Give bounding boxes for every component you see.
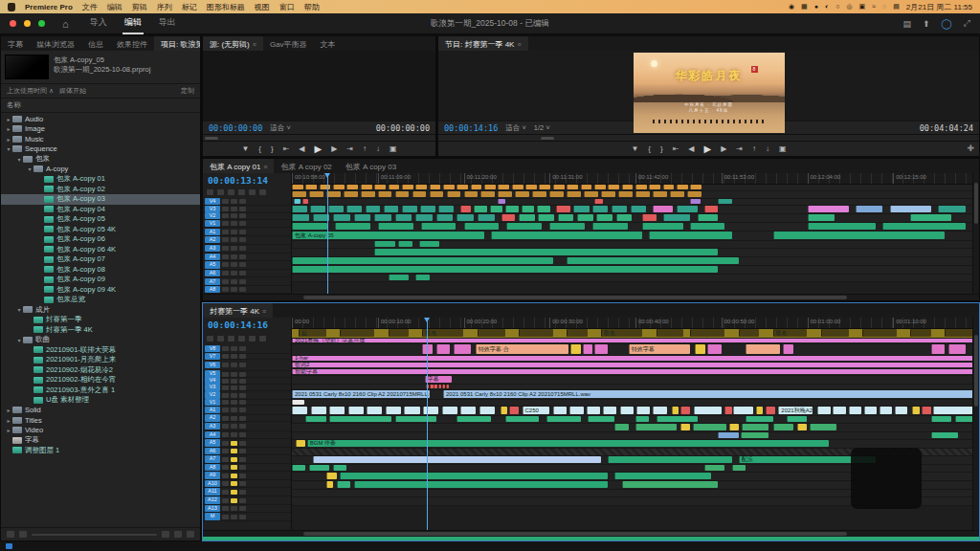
- disclosure-arrow-icon[interactable]: ▸: [5, 136, 12, 143]
- timeline-clip[interactable]: [419, 241, 440, 247]
- timeline-clip[interactable]: [519, 214, 535, 221]
- zoom-window-button[interactable]: [38, 20, 45, 27]
- menubar-menu-item[interactable]: 序列: [157, 2, 172, 12]
- menubar-menu-item[interactable]: 标记: [182, 2, 197, 12]
- timeline-clip[interactable]: [732, 465, 746, 471]
- vertical-scrollbar[interactable]: [972, 318, 979, 530]
- mute-button[interactable]: [231, 230, 237, 234]
- timeline-clip[interactable]: [756, 407, 763, 414]
- timeline-clip[interactable]: [292, 407, 307, 414]
- mute-button[interactable]: [231, 346, 237, 351]
- timeline-clip[interactable]: 智能字幕: [292, 369, 979, 374]
- timeline-clip[interactable]: [361, 191, 375, 197]
- track-lock-icon[interactable]: [222, 474, 229, 478]
- timeline-clip[interactable]: [587, 407, 600, 414]
- dock-tab-project[interactable]: 项目: 歌浪第一期_2025-10-08≡: [154, 36, 200, 51]
- extract-icon[interactable]: ↓: [766, 144, 769, 153]
- insert-icon[interactable]: [207, 336, 213, 342]
- timeline-clip[interactable]: [460, 407, 476, 414]
- dock-tab[interactable]: 媒体浏览器: [30, 36, 81, 51]
- mute-button[interactable]: [231, 199, 237, 204]
- timeline-clip[interactable]: [538, 214, 554, 221]
- timeline-clip[interactable]: [698, 214, 719, 221]
- timeline-clip[interactable]: [389, 185, 400, 189]
- timeline-clip[interactable]: [549, 191, 564, 197]
- tree-item[interactable]: ▸Music: [1, 134, 200, 144]
- track-lock-icon[interactable]: [222, 490, 229, 495]
- mute-button[interactable]: [231, 416, 237, 421]
- solo-button-on[interactable]: [231, 498, 237, 503]
- track-lock-icon[interactable]: [222, 287, 229, 292]
- timeline-clip[interactable]: 2021春晚《华彩》字幕合成: [292, 339, 979, 342]
- track-target-V1[interactable]: V1: [205, 399, 220, 406]
- timeline-clip[interactable]: [608, 185, 619, 189]
- track-lock-icon[interactable]: [222, 279, 229, 284]
- timeline-clip[interactable]: [402, 185, 413, 189]
- timeline-clip[interactable]: [333, 465, 346, 471]
- menubar-menu-item[interactable]: 剪辑: [132, 2, 147, 12]
- timeline-clip[interactable]: [616, 214, 633, 221]
- timeline-clip[interactable]: [636, 407, 650, 414]
- timeline-clip[interactable]: [447, 191, 461, 197]
- timeline-clip[interactable]: [690, 185, 702, 189]
- timeline-clip[interactable]: 歌名: [773, 329, 808, 337]
- timeline-clip[interactable]: [618, 191, 633, 197]
- timeline-clip[interactable]: [546, 416, 581, 422]
- vertical-scrollbar-thumb[interactable]: [974, 183, 978, 224]
- mute-button[interactable]: [231, 424, 237, 429]
- timeline-clip[interactable]: [592, 223, 628, 230]
- timeline-clip[interactable]: [833, 407, 845, 414]
- timeline-clip[interactable]: [558, 214, 574, 221]
- timeline-clip[interactable]: [412, 191, 427, 197]
- timeline-settings-icon[interactable]: [249, 336, 256, 342]
- timeline-clip[interactable]: [515, 191, 529, 197]
- timeline-clip[interactable]: [773, 424, 794, 430]
- timeline-settings-icon[interactable]: [249, 189, 256, 195]
- linked-selection-icon[interactable]: [228, 189, 234, 195]
- track-lock-icon[interactable]: [222, 213, 229, 218]
- mute-button[interactable]: [231, 237, 237, 242]
- timeline-clip[interactable]: [525, 185, 537, 189]
- track-lock-icon[interactable]: [222, 262, 229, 267]
- track-target-A6[interactable]: A6: [205, 270, 220, 276]
- track-lock-icon[interactable]: [222, 416, 229, 421]
- timeline-clip[interactable]: [653, 206, 674, 212]
- timeline-clip[interactable]: [614, 473, 711, 479]
- timeline-clip[interactable]: [783, 344, 793, 354]
- add-marker-icon[interactable]: [238, 336, 245, 342]
- track-lane-A3[interactable]: 包浆 A-copy 05: [292, 231, 979, 241]
- timeline-clip[interactable]: [945, 329, 972, 337]
- track-lane-V3[interactable]: 智能字幕: [292, 369, 979, 376]
- dock-tab[interactable]: 效果控件: [110, 36, 154, 51]
- timeline-clip[interactable]: 2021 0531 Carly 8x10 2160 Clip A2 202107…: [443, 390, 979, 398]
- timeline-clip[interactable]: [704, 206, 718, 212]
- disclosure-arrow-icon[interactable]: ▾: [5, 145, 12, 152]
- mute-button[interactable]: [231, 213, 237, 218]
- vertical-scrollbar[interactable]: [972, 173, 979, 294]
- timeline-clip[interactable]: [346, 206, 362, 212]
- tree-item[interactable]: 20210901-月亮爬上来: [1, 355, 200, 365]
- track-target-V7[interactable]: V7: [205, 353, 220, 360]
- minimize-window-button[interactable]: [24, 20, 31, 27]
- timeline-clip[interactable]: [677, 185, 688, 189]
- timeline-clip[interactable]: [567, 191, 581, 197]
- timeline-clip[interactable]: [746, 344, 780, 354]
- extract-icon[interactable]: ↓: [376, 144, 380, 153]
- track-lane-V5[interactable]: 1-har: [292, 356, 979, 363]
- timeline-clip[interactable]: [333, 214, 350, 221]
- timeline-clip[interactable]: 歌名: [601, 329, 642, 337]
- timeline-clip[interactable]: [436, 214, 454, 221]
- tree-item[interactable]: ▸Audio: [1, 114, 200, 124]
- timeline-clip[interactable]: [395, 191, 410, 197]
- tree-item[interactable]: 封赛第一季: [1, 315, 200, 325]
- timeline-clip[interactable]: [346, 185, 358, 189]
- track-lock-icon[interactable]: [222, 481, 229, 486]
- mute-button[interactable]: [231, 207, 237, 211]
- timeline-clip[interactable]: [340, 473, 608, 479]
- close-window-button[interactable]: [10, 20, 16, 27]
- timeline-clip[interactable]: [577, 214, 593, 221]
- timeline-clip[interactable]: [635, 424, 677, 430]
- track-lane-V2[interactable]: [292, 199, 979, 206]
- timeline-clip[interactable]: [931, 344, 945, 354]
- timeline-clip[interactable]: [680, 424, 691, 430]
